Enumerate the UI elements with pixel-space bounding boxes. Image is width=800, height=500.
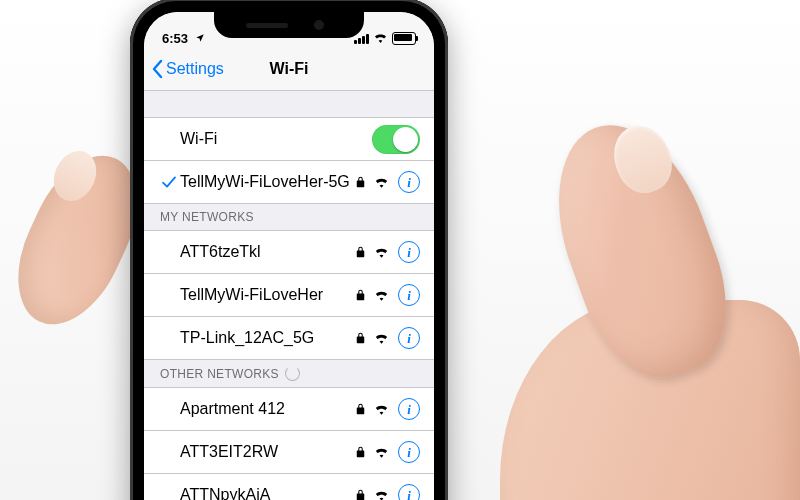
lock-icon	[356, 446, 365, 458]
wifi-switch[interactable]	[372, 125, 420, 154]
info-button[interactable]: i	[398, 398, 420, 420]
network-row[interactable]: ATT3EIT2RWi	[144, 431, 434, 474]
wifi-toggle-label: Wi-Fi	[180, 130, 372, 148]
chevron-left-icon	[150, 59, 164, 79]
network-row[interactable]: ATT6tzeTkli	[144, 230, 434, 274]
network-row[interactable]: TP-Link_12AC_5Gi	[144, 317, 434, 360]
section-header-my-networks: MY NETWORKS	[144, 204, 434, 230]
cellular-signal-icon	[354, 34, 369, 44]
info-button[interactable]: i	[398, 441, 420, 463]
network-name: Apartment 412	[180, 400, 356, 418]
lock-icon	[356, 176, 365, 188]
network-name: ATTNpykAiA	[180, 486, 356, 500]
battery-icon	[392, 32, 416, 45]
wifi-signal-icon	[374, 403, 389, 415]
wifi-signal-icon	[374, 289, 389, 301]
network-name: TP-Link_12AC_5G	[180, 329, 356, 347]
wifi-status-icon	[373, 31, 388, 46]
lock-icon	[356, 403, 365, 415]
network-name: ATT6tzeTkl	[180, 243, 356, 261]
notch	[214, 12, 364, 38]
connected-network-row[interactable]: TellMyWi-FiLoveHer-5G i	[144, 161, 434, 204]
screen: 6:53 Settings Wi-Fi	[144, 12, 434, 500]
info-button[interactable]: i	[398, 484, 420, 500]
network-name: ATT3EIT2RW	[180, 443, 356, 461]
back-button[interactable]: Settings	[144, 59, 224, 79]
spinner-icon	[285, 366, 300, 381]
network-row[interactable]: Apartment 412i	[144, 387, 434, 431]
connected-network-name: TellMyWi-FiLoveHer-5G	[180, 173, 356, 191]
wifi-signal-icon	[374, 446, 389, 458]
network-row[interactable]: TellMyWi-FiLoveHeri	[144, 274, 434, 317]
network-row[interactable]: ATTNpykAiAi	[144, 474, 434, 500]
location-icon	[195, 31, 205, 46]
info-button[interactable]: i	[398, 284, 420, 306]
lock-icon	[356, 489, 365, 500]
info-button[interactable]: i	[398, 241, 420, 263]
lock-icon	[356, 332, 365, 344]
wifi-signal-icon	[374, 246, 389, 258]
status-time: 6:53	[162, 31, 188, 46]
lock-icon	[356, 289, 365, 301]
nav-bar: Settings Wi-Fi	[144, 48, 434, 91]
wifi-signal-icon	[374, 489, 389, 500]
lock-icon	[356, 246, 365, 258]
info-button[interactable]: i	[398, 327, 420, 349]
wifi-signal-icon	[374, 176, 389, 188]
iphone-frame: 6:53 Settings Wi-Fi	[130, 0, 448, 500]
info-button[interactable]: i	[398, 171, 420, 193]
network-name: TellMyWi-FiLoveHer	[180, 286, 356, 304]
wifi-signal-icon	[374, 332, 389, 344]
checkmark-icon	[158, 175, 180, 189]
wifi-toggle-row: Wi-Fi	[144, 117, 434, 161]
section-header-other-networks: OTHER NETWORKS	[144, 360, 434, 387]
back-label: Settings	[166, 60, 224, 78]
